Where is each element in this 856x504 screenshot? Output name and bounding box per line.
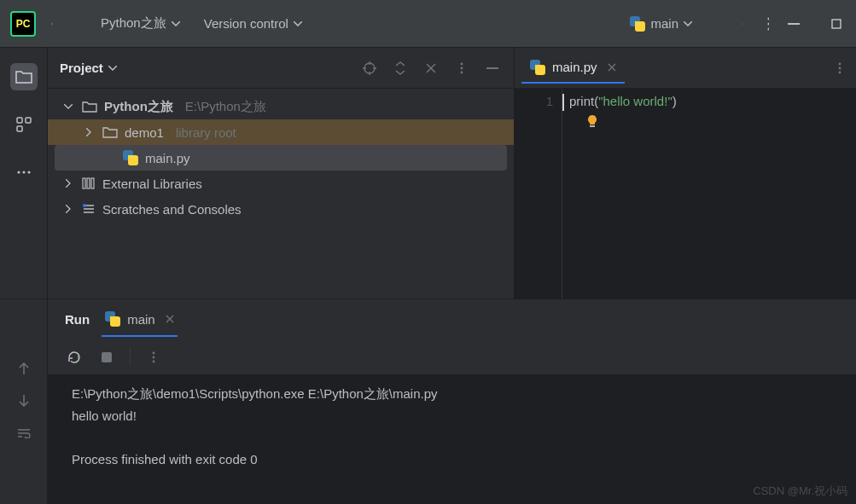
editor-gutter: 1 xyxy=(515,89,562,298)
tree-main-file[interactable]: main.py xyxy=(55,145,507,171)
project-panel: Project Python之旅 E:\Python之旅 demo1 xyxy=(48,48,515,298)
intention-bulb[interactable] xyxy=(586,114,598,130)
structure-tool-button[interactable] xyxy=(10,111,38,138)
tree-demo1[interactable]: demo1 library root xyxy=(48,119,514,145)
chevron-down-icon xyxy=(64,104,73,109)
soft-wrap-button[interactable] xyxy=(15,424,33,443)
chevron-down-icon xyxy=(172,21,180,26)
panel-hide-button[interactable] xyxy=(483,59,502,78)
svg-point-11 xyxy=(27,171,30,173)
title-bar: PC Python之旅 Version control main xyxy=(0,0,856,48)
run-tab-main[interactable]: main xyxy=(102,303,178,337)
code-area[interactable]: print("hello world!") xyxy=(562,89,856,298)
more-actions-button[interactable] xyxy=(759,14,777,33)
tree-root[interactable]: Python之旅 E:\Python之旅 xyxy=(48,94,514,119)
editor-body[interactable]: 1 print("hello world!") xyxy=(515,89,856,298)
run-rail xyxy=(0,299,48,504)
project-panel-title[interactable]: Project xyxy=(60,61,117,75)
kebab-icon xyxy=(152,351,155,363)
tab-close-button[interactable] xyxy=(608,63,616,72)
rerun-button[interactable] xyxy=(65,348,84,367)
python-icon xyxy=(630,16,645,32)
project-panel-header: Project xyxy=(48,48,514,89)
select-opened-file-button[interactable] xyxy=(360,59,379,78)
kebab-icon xyxy=(460,62,463,74)
console-line: hello world! xyxy=(72,405,832,427)
rerun-icon xyxy=(67,350,82,365)
maximize-icon xyxy=(831,19,841,29)
vcs-label: Version control xyxy=(204,16,288,31)
svg-point-22 xyxy=(839,67,841,69)
tree-path: E:\Python之旅 xyxy=(185,99,266,115)
minimize-icon xyxy=(486,67,498,69)
svg-point-10 xyxy=(22,171,25,173)
ellipsis-icon xyxy=(17,171,31,174)
panel-close-button[interactable] xyxy=(422,59,440,78)
tab-label: main.py xyxy=(552,60,597,74)
svg-rect-7 xyxy=(26,118,31,123)
tree-scratches[interactable]: Scratches and Consoles xyxy=(48,196,514,222)
run-config-dropdown[interactable]: main xyxy=(621,11,701,37)
svg-point-9 xyxy=(17,171,20,173)
panel-options-button[interactable] xyxy=(452,59,471,78)
main-area: Project Python之旅 E:\Python之旅 demo1 xyxy=(0,48,856,298)
folder-icon xyxy=(15,70,32,84)
folder-icon xyxy=(82,101,97,113)
lightbulb-icon xyxy=(586,114,598,130)
watermark: CSDN @Mr.祝小码 xyxy=(753,484,847,499)
chevron-down-icon xyxy=(684,21,692,26)
maximize-button[interactable] xyxy=(827,14,846,33)
svg-point-15 xyxy=(461,71,463,73)
svg-point-14 xyxy=(461,67,463,69)
chevron-right-icon xyxy=(66,179,71,188)
python-icon xyxy=(530,60,545,75)
kebab-icon xyxy=(767,17,769,31)
run-tab-close[interactable] xyxy=(166,315,174,323)
structure-icon xyxy=(16,117,32,132)
editor-options-button[interactable] xyxy=(830,59,849,78)
close-icon xyxy=(166,315,174,323)
caret xyxy=(562,94,564,111)
kebab-icon xyxy=(838,62,841,74)
project-tool-button[interactable] xyxy=(10,63,38,90)
tree-external-libs[interactable]: External Libraries xyxy=(48,171,514,196)
editor-tab-main[interactable]: main.py xyxy=(521,53,625,84)
minimize-icon xyxy=(788,23,800,25)
svg-point-26 xyxy=(153,352,155,355)
python-icon xyxy=(105,311,120,327)
vcs-dropdown[interactable]: Version control xyxy=(195,11,311,36)
python-icon xyxy=(123,150,138,165)
debug-button[interactable] xyxy=(733,14,752,33)
wrap-icon xyxy=(17,428,31,438)
svg-point-20 xyxy=(83,204,86,207)
svg-point-2 xyxy=(767,22,769,25)
stop-button[interactable] xyxy=(97,348,116,367)
tree-label: Scratches and Consoles xyxy=(102,202,242,217)
minimize-button[interactable] xyxy=(784,14,803,33)
svg-point-1 xyxy=(767,17,769,20)
bug-icon xyxy=(742,16,743,32)
main-menu-button[interactable] xyxy=(43,14,61,33)
app-logo: PC xyxy=(10,11,36,37)
project-dropdown[interactable]: Python之旅 xyxy=(92,10,189,37)
run-options-button[interactable] xyxy=(144,348,163,367)
expand-icon xyxy=(395,61,405,75)
tree-hint: library root xyxy=(176,125,236,140)
hamburger-icon xyxy=(51,18,53,30)
scroll-up-button[interactable] xyxy=(15,359,33,378)
project-tree: Python之旅 E:\Python之旅 demo1 library root … xyxy=(48,89,514,222)
expand-collapse-button[interactable] xyxy=(391,59,410,78)
chevron-right-icon xyxy=(86,128,91,136)
left-tool-rail xyxy=(0,48,48,298)
close-icon xyxy=(608,63,616,72)
tree-label: main.py xyxy=(145,151,190,165)
editor-tabs: main.py xyxy=(515,48,856,89)
stop-icon xyxy=(101,351,113,363)
svg-point-3 xyxy=(767,27,769,30)
run-button[interactable] xyxy=(708,14,726,33)
svg-rect-18 xyxy=(87,178,90,188)
more-tools-button[interactable] xyxy=(10,159,38,186)
console-output[interactable]: E:\Python之旅\demo1\Scripts\python.exe E:\… xyxy=(48,374,856,504)
project-name-label: Python之旅 xyxy=(101,15,166,32)
scroll-down-button[interactable] xyxy=(15,391,33,410)
